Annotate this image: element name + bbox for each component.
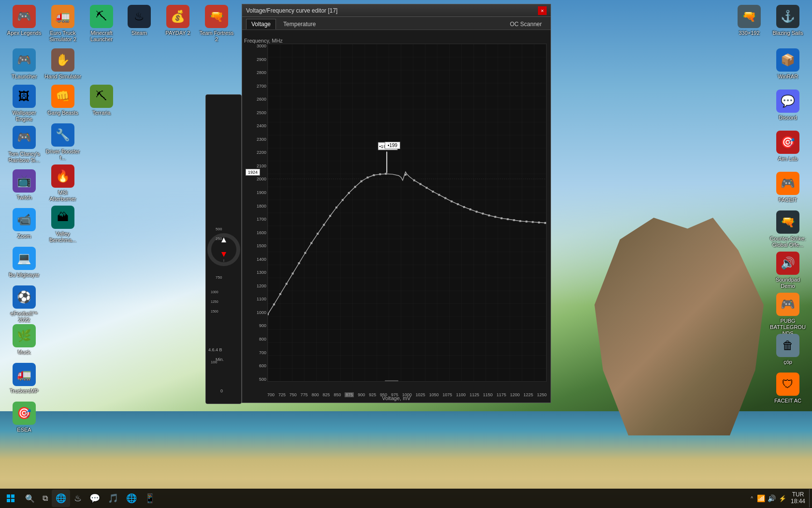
icon-minecraft[interactable]: ⛏ Minecraft Launcher: [82, 5, 121, 43]
svg-rect-58: [519, 220, 521, 222]
icon-msi-afterburner[interactable]: 🔥 MSI Afterburner: [44, 164, 82, 202]
y-tick: 1500: [257, 243, 266, 248]
icon-label: Driver Booster f...: [44, 149, 81, 161]
svg-rect-60: [532, 221, 534, 223]
icon-driver-booster[interactable]: 🔧 Driver Booster f...: [44, 123, 82, 161]
icon-cop-trash[interactable]: 🗑 çöp: [768, 334, 807, 365]
tab-voltage[interactable]: Voltage: [246, 19, 276, 30]
y-tick: 1000: [257, 310, 266, 315]
icon-csgo[interactable]: 🔫 Counter-Strike: Global Offe...: [768, 210, 807, 248]
taskbar-chrome[interactable]: 🌐: [122, 490, 141, 507]
y-tick: 1200: [257, 284, 266, 288]
taskbar-spotify[interactable]: 🎵: [104, 490, 122, 507]
icon-euro-truck[interactable]: 🚛 Euro Truck Simulator 2: [44, 5, 82, 43]
oc-scanner-button[interactable]: OC Scanner: [505, 19, 547, 29]
y-tick: 1100: [257, 297, 266, 301]
taskbar-edge[interactable]: 🌐: [52, 490, 70, 507]
icon-label: Valley Benchma...: [44, 231, 81, 243]
icon-faceit-ac[interactable]: 🛡 FACEIT AC: [768, 373, 807, 404]
tray-network-icon[interactable]: 📶: [757, 494, 766, 503]
svg-text:1250: 1250: [211, 300, 218, 303]
icon-pubg[interactable]: 🎮 PUBG BATTLEGROUNDS: [768, 293, 807, 337]
svg-rect-39: [385, 173, 387, 175]
taskbar-discord[interactable]: 💬: [86, 490, 104, 507]
y-tick: 2100: [257, 164, 266, 168]
spotify-icon: 🎵: [108, 493, 118, 504]
freq-marker-label: 1924: [246, 169, 260, 176]
icon-img: ✋: [51, 48, 74, 72]
icon-aim-lab[interactable]: 🎯 Aim Lab: [768, 131, 807, 162]
taskbar-language: TUR: [792, 491, 804, 498]
icon-label: WinRAR: [778, 74, 798, 80]
svg-rect-33: [348, 192, 350, 194]
icon-blazing-sails[interactable]: ⚓ Blazing Sails: [768, 5, 807, 36]
taskbar-phone-link[interactable]: 📱: [141, 490, 159, 507]
start-button[interactable]: [0, 489, 21, 508]
svg-text:100: 100: [211, 360, 218, 364]
icon-label: Minecraft Launcher: [83, 30, 120, 43]
icon-faceit[interactable]: 🎮 FACEIT: [768, 172, 807, 203]
svg-rect-53: [488, 214, 490, 216]
icon-330x192[interactable]: 🔫 330×192: [730, 5, 768, 36]
icon-label: Soundpad Demo: [769, 277, 806, 289]
icon-discord[interactable]: 💬 Discord: [768, 90, 807, 121]
icon-truckers-mp[interactable]: 🚛 TruckersMP: [5, 363, 44, 394]
show-desktop-button[interactable]: [809, 489, 812, 508]
icon-label: Discord: [779, 115, 797, 121]
svg-rect-73: [7, 494, 10, 498]
taskbar-clock-area[interactable]: TUR 18:44: [787, 491, 809, 506]
icon-label: Steam: [131, 30, 147, 36]
icon-tf2[interactable]: 🔫 Team Fortress 2: [197, 5, 236, 43]
icon-steam[interactable]: ♨ Steam: [120, 5, 159, 36]
icon-label: Wallpaper Engine: [6, 110, 43, 122]
icon-gang-beasts[interactable]: 👊 Gang Beasts: [44, 85, 82, 116]
y-axis-ticks: 3000 2900 2800 2700 2600 2500 2400 2300 …: [246, 44, 266, 382]
tray-volume-icon[interactable]: 🔊: [768, 494, 776, 503]
icon-label: Aim Lab: [778, 156, 798, 162]
icon-zoom[interactable]: 📹 Zoom: [5, 208, 44, 239]
icon-label: MSI Afterburner: [44, 190, 81, 202]
icon-img: 🚛: [13, 363, 36, 386]
vf-close-button[interactable]: ×: [538, 6, 547, 15]
svg-rect-50: [469, 209, 471, 210]
svg-rect-21: [273, 303, 275, 305]
svg-rect-30: [329, 215, 331, 217]
icon-label: Gang Beasts: [47, 110, 78, 116]
icon-soundpad[interactable]: 🔊 Soundpad Demo: [768, 252, 807, 289]
icon-twitch[interactable]: 📺 Twitch: [5, 169, 44, 201]
taskbar-taskview[interactable]: ⧉: [39, 490, 52, 507]
icon-efootball[interactable]: ⚽ eFootball™ 2022: [5, 285, 44, 323]
taskbar-steam[interactable]: ♨: [70, 490, 86, 507]
tab-temperature[interactable]: Temperature: [278, 19, 321, 30]
svg-rect-42: [420, 183, 421, 185]
icon-tom-clancy[interactable]: 🎮 Tom Clancy's Rainbow Si...: [5, 126, 44, 164]
icon-img: 💬: [776, 90, 799, 113]
y-tick: 1600: [257, 230, 266, 235]
chart-svg: •199 1924 875: [268, 44, 546, 381]
svg-rect-25: [298, 262, 300, 264]
icon-valley-bench[interactable]: 🏔 Valley Benchma...: [44, 206, 82, 243]
icon-wallpaper-engine[interactable]: 🖼 Wallpaper Engine: [5, 85, 44, 122]
icon-img: 🚛: [51, 5, 74, 28]
tray-battery-icon[interactable]: ⚡: [778, 494, 787, 503]
icon-apex-legends[interactable]: 🎮 Apex Legends: [5, 5, 44, 36]
svg-text:0: 0: [220, 388, 223, 393]
discord-icon: 💬: [89, 493, 100, 504]
tray-chevron[interactable]: ^: [749, 495, 755, 502]
icon-bilgisayar[interactable]: 💻 Bu bilgisayar: [5, 247, 44, 278]
icon-payday[interactable]: 💰 PAYDAY 2: [159, 5, 197, 36]
icon-img: ⚓: [776, 5, 799, 28]
y-tick: 500: [259, 377, 266, 382]
icon-label: Counter-Strike: Global Offe...: [769, 236, 806, 248]
icon-muck[interactable]: 🌿 Muck: [5, 324, 44, 356]
icon-terraria[interactable]: ⛏ Terraria: [82, 85, 121, 116]
taskbar-search[interactable]: 🔍: [21, 490, 39, 507]
icon-img: 🔫: [776, 210, 799, 234]
icon-label: Bu bilgisayar: [9, 272, 40, 278]
svg-rect-54: [494, 216, 496, 218]
icon-winrar[interactable]: 📦 WinRAR: [768, 48, 807, 80]
y-tick: 900: [259, 323, 266, 328]
icon-esea-bottom[interactable]: 🎯 ESEA: [5, 402, 44, 433]
icon-hand-simulator[interactable]: ✋ Hand Simulator: [44, 48, 82, 80]
icon-tl-launcher[interactable]: 🎮 TLauncher: [5, 48, 44, 80]
